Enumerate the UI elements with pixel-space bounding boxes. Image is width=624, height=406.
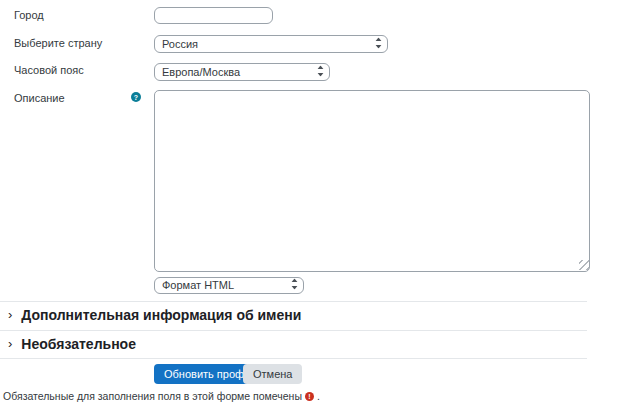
- profile-edit-form: Город Выберите страну Россия Часовой поя…: [0, 0, 624, 406]
- chevron-right-icon: ›: [8, 337, 12, 350]
- section-header-additional-names[interactable]: › Дополнительная информация об имени: [8, 306, 568, 324]
- section-header-optional[interactable]: › Необязательное: [8, 335, 568, 353]
- format-select[interactable]: Формат HTML: [154, 277, 304, 294]
- country-select-wrap: Россия: [154, 34, 388, 52]
- required-note-text: Обязательные для заполнения поля в этой …: [3, 390, 302, 402]
- format-select-wrap: Формат HTML: [154, 275, 304, 292]
- timezone-select[interactable]: Европа/Москва: [154, 63, 330, 81]
- description-label: Описание: [14, 92, 65, 105]
- country-label: Выберите страну: [14, 37, 102, 50]
- city-input[interactable]: [154, 7, 273, 24]
- divider: [0, 358, 587, 359]
- required-icon: !: [305, 392, 314, 401]
- timezone-label: Часовой пояс: [14, 64, 84, 77]
- required-note-suffix: .: [317, 390, 320, 402]
- divider: [0, 301, 587, 302]
- description-textarea[interactable]: [154, 90, 590, 272]
- timezone-select-wrap: Европа/Москва: [154, 62, 330, 80]
- divider: [0, 330, 587, 331]
- help-icon[interactable]: ?: [131, 92, 141, 102]
- cancel-button[interactable]: Отмена: [243, 364, 302, 384]
- chevron-right-icon: ›: [8, 308, 12, 321]
- city-label: Город: [14, 9, 44, 22]
- country-select[interactable]: Россия: [154, 35, 388, 53]
- section-title: Необязательное: [21, 336, 136, 352]
- required-note: Обязательные для заполнения поля в этой …: [3, 390, 320, 402]
- section-title: Дополнительная информация об имени: [21, 307, 301, 323]
